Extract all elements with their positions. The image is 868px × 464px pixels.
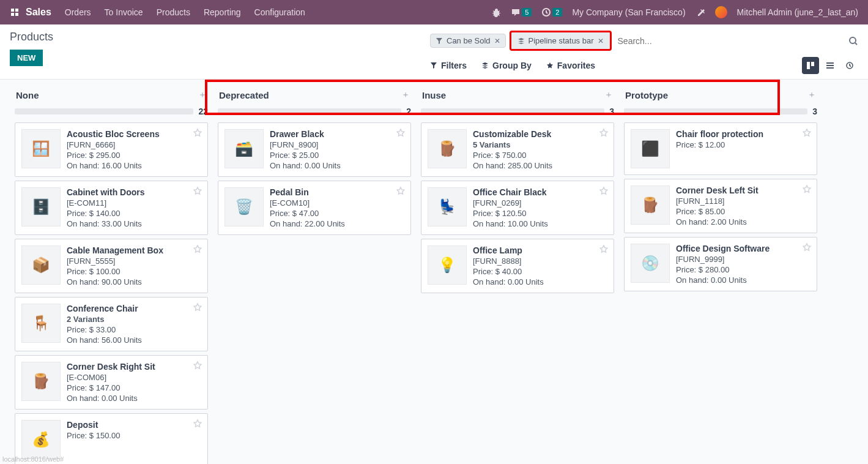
- column-title: Deprecated: [219, 90, 269, 100]
- product-card[interactable]: 💿Office Design Software[FURN_9999]Price:…: [624, 237, 817, 291]
- favorite-star-icon[interactable]: [802, 184, 812, 194]
- kanban-column: Prototype＋3⬛Chair floor protectionPrice:…: [619, 87, 822, 291]
- add-card-icon[interactable]: ＋: [401, 89, 410, 100]
- product-name: Cable Management Box: [67, 245, 201, 255]
- product-name: Drawer Black: [270, 129, 404, 139]
- nav-to-invoice[interactable]: To Invoice: [105, 7, 143, 17]
- product-name: Pedal Bin: [270, 187, 404, 197]
- nav-configuration[interactable]: Configuration: [254, 7, 305, 17]
- add-card-icon[interactable]: ＋: [604, 89, 613, 100]
- filters-button[interactable]: Filters: [430, 61, 467, 70]
- favorite-star-icon[interactable]: [193, 419, 202, 428]
- product-image: ⬛: [631, 129, 670, 168]
- search-input[interactable]: [615, 34, 845, 48]
- column-title: Prototype: [625, 90, 668, 100]
- favorite-star-icon[interactable]: [802, 242, 812, 252]
- product-card[interactable]: 🪵Corner Desk Left Sit[FURN_1118]Price: $…: [624, 179, 817, 233]
- favorites-button[interactable]: Favorites: [546, 61, 595, 70]
- app-brand[interactable]: Sales: [10, 7, 51, 18]
- column-count: 3: [812, 107, 817, 116]
- product-name: Office Lamp: [473, 245, 607, 255]
- filters-label: Filters: [441, 61, 467, 70]
- chip-label: Pipeline status bar: [529, 36, 594, 45]
- activity-view-button[interactable]: [841, 57, 858, 74]
- chip-label: Can be Sold: [447, 36, 491, 45]
- product-card[interactable]: 🗄️Cabinet with Doors[E-COM11]Price: $ 14…: [15, 181, 208, 235]
- column-progress[interactable]: [421, 108, 604, 114]
- product-card[interactable]: 💺Office Chair Black[FURN_0269]Price: $ 1…: [421, 181, 614, 235]
- debug-icon[interactable]: [491, 7, 501, 17]
- favorite-star-icon[interactable]: [396, 186, 406, 196]
- product-price: Price: $ 85.00: [676, 207, 811, 216]
- product-price: Price: $ 120.50: [473, 209, 607, 218]
- product-ref: [FURN_8888]: [473, 256, 607, 266]
- messaging-icon[interactable]: 5: [511, 7, 532, 17]
- column-progress[interactable]: [218, 108, 401, 114]
- chip-close-icon[interactable]: ✕: [494, 37, 500, 45]
- favorite-star-icon[interactable]: [193, 302, 202, 312]
- settings-icon[interactable]: [696, 7, 705, 17]
- add-card-icon[interactable]: ＋: [807, 89, 816, 100]
- product-card[interactable]: 💡Office Lamp[FURN_8888]Price: $ 40.00On …: [421, 239, 614, 293]
- product-ref: [E-COM06]: [67, 373, 201, 382]
- kanban-view-button[interactable]: [802, 57, 819, 74]
- favorite-star-icon[interactable]: [599, 128, 609, 138]
- product-card[interactable]: ⬛Chair floor protectionPrice: $ 12.00: [624, 122, 817, 175]
- favorite-star-icon[interactable]: [599, 186, 609, 196]
- add-card-icon[interactable]: ＋: [198, 89, 207, 100]
- nav-reporting[interactable]: Reporting: [204, 7, 241, 17]
- favorite-star-icon[interactable]: [396, 128, 406, 138]
- product-card[interactable]: 🪑Conference Chair2 VariantsPrice: $ 33.0…: [15, 297, 208, 351]
- product-card[interactable]: 🗃️Drawer Black[FURN_8900]Price: $ 25.00O…: [218, 122, 411, 177]
- product-image: 💡: [428, 245, 467, 285]
- product-onhand: On hand: 0.00 Units: [473, 277, 607, 286]
- product-card[interactable]: 🪟Acoustic Bloc Screens[FURN_6666]Price: …: [15, 122, 208, 177]
- search-icon[interactable]: [848, 36, 858, 46]
- product-name: Corner Desk Right Sit: [67, 362, 201, 372]
- product-ref: [FURN_0269]: [473, 198, 607, 208]
- column-count: 3: [609, 107, 614, 116]
- product-price: Price: $ 295.00: [67, 151, 201, 160]
- product-image: 🗑️: [224, 187, 264, 226]
- product-name: Corner Desk Left Sit: [676, 185, 811, 195]
- nav-products[interactable]: Products: [157, 7, 190, 17]
- product-price: Price: $ 40.00: [473, 267, 607, 276]
- favorite-star-icon[interactable]: [802, 128, 812, 138]
- filter-icon: [436, 37, 443, 45]
- groupby-button[interactable]: Group By: [481, 61, 532, 70]
- product-card[interactable]: 🪵Customizable Desk5 VariantsPrice: $ 750…: [421, 122, 614, 177]
- column-progress[interactable]: [624, 108, 807, 114]
- favorite-star-icon[interactable]: [193, 361, 202, 370]
- product-variants: 2 Variants: [67, 315, 201, 324]
- control-panel: Products NEW Can be Sold ✕ Pipeline stat…: [0, 24, 868, 80]
- favorite-star-icon[interactable]: [193, 128, 202, 138]
- status-url: localhost:8016/web#: [2, 455, 64, 463]
- column-title: None: [16, 90, 39, 100]
- product-variants: 5 Variants: [473, 140, 607, 149]
- filter-chip-can-be-sold[interactable]: Can be Sold ✕: [430, 34, 506, 48]
- product-card[interactable]: 🪵Corner Desk Right Sit[E-COM06]Price: $ …: [15, 355, 208, 410]
- activity-icon[interactable]: 2: [541, 7, 562, 17]
- groupby-label: Group By: [492, 61, 532, 70]
- user-name[interactable]: Mitchell Admin (june_2_last_an): [737, 7, 858, 17]
- product-card[interactable]: 📦Cable Management Box[FURN_5555]Price: $…: [15, 239, 208, 293]
- new-button[interactable]: NEW: [10, 50, 43, 66]
- product-image: 🪵: [21, 362, 61, 401]
- favorite-star-icon[interactable]: [599, 244, 609, 254]
- layers-icon: [481, 62, 489, 69]
- product-onhand: On hand: 0.00 Units: [676, 275, 811, 285]
- product-ref: [FURN_5555]: [67, 256, 201, 266]
- product-ref: [FURN_8900]: [270, 140, 404, 149]
- column-progress[interactable]: [15, 108, 193, 114]
- list-view-button[interactable]: [822, 57, 839, 74]
- favorite-star-icon[interactable]: [193, 186, 202, 196]
- favorite-star-icon[interactable]: [193, 244, 202, 254]
- chip-close-icon[interactable]: ✕: [598, 37, 604, 45]
- product-image: 🗄️: [21, 187, 61, 226]
- user-avatar[interactable]: [715, 6, 727, 18]
- nav-orders[interactable]: Orders: [65, 7, 91, 17]
- company-selector[interactable]: My Company (San Francisco): [572, 7, 685, 17]
- product-card[interactable]: 🗑️Pedal Bin[E-COM10]Price: $ 47.00On han…: [218, 181, 411, 235]
- group-chip-pipeline[interactable]: Pipeline status bar ✕: [510, 31, 612, 51]
- chat-badge: 5: [522, 8, 532, 17]
